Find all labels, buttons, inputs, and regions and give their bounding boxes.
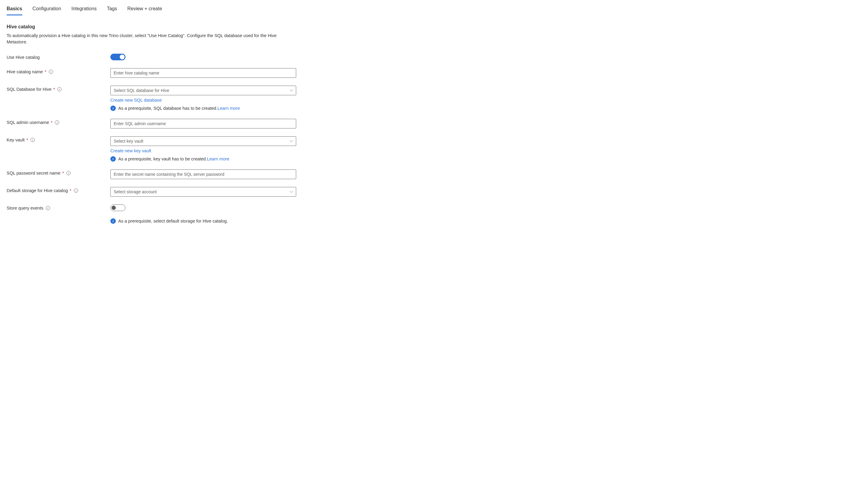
info-icon[interactable]: i <box>30 138 35 142</box>
section-title: Hive catalog <box>7 24 861 30</box>
tab-configuration[interactable]: Configuration <box>33 6 61 15</box>
key-vault-learn-more-link[interactable]: Learn more <box>207 157 229 161</box>
label-sql-password-secret-name: SQL password secret name <box>7 171 60 175</box>
default-storage-select[interactable]: Select storage account <box>111 187 296 197</box>
info-icon[interactable]: i <box>66 171 70 175</box>
info-icon[interactable]: i <box>57 87 62 91</box>
required-indicator: * <box>27 137 28 142</box>
info-badge-icon: i <box>111 156 116 162</box>
required-indicator: * <box>44 69 46 74</box>
sql-learn-more-link[interactable]: Learn more <box>217 106 240 111</box>
label-key-vault: Key vault <box>7 137 25 142</box>
info-badge-icon: i <box>111 105 116 111</box>
info-icon[interactable]: i <box>46 206 50 210</box>
info-badge-icon: i <box>111 218 116 224</box>
label-default-storage: Default storage for Hive catalog <box>7 188 68 193</box>
label-use-hive-catalog: Use Hive catalog <box>7 55 40 60</box>
tab-integrations[interactable]: Integrations <box>71 6 97 15</box>
tab-basics[interactable]: Basics <box>7 6 22 15</box>
sql-prereq-note: As a prerequisite, SQL database has to b… <box>118 106 217 111</box>
label-hive-catalog-name: Hive catalog name <box>7 69 43 74</box>
use-hive-catalog-toggle[interactable] <box>111 54 125 60</box>
store-query-events-toggle[interactable] <box>111 204 125 211</box>
storage-prereq-note: As a prerequisite, select default storag… <box>118 219 228 223</box>
sql-database-select[interactable]: Select SQL database for Hive <box>111 86 296 95</box>
wizard-tabs: Basics Configuration Integrations Tags R… <box>7 6 861 16</box>
create-new-sql-database-link[interactable]: Create new SQL database <box>111 98 162 102</box>
hive-catalog-name-input[interactable] <box>111 68 296 78</box>
section-description: To automatically provision a Hive catalo… <box>7 33 290 45</box>
label-store-query-events: Store query events <box>7 206 43 210</box>
required-indicator: * <box>53 87 55 92</box>
tab-tags[interactable]: Tags <box>107 6 117 15</box>
label-sql-database-for-hive: SQL Database for Hive <box>7 87 52 92</box>
info-icon[interactable]: i <box>74 189 78 193</box>
info-icon[interactable]: i <box>49 70 53 74</box>
required-indicator: * <box>51 120 53 125</box>
sql-password-secret-name-input[interactable] <box>111 169 296 179</box>
create-new-key-vault-link[interactable]: Create new key vault <box>111 149 151 153</box>
required-indicator: * <box>70 188 71 193</box>
label-sql-admin-username: SQL admin username <box>7 120 49 125</box>
sql-admin-username-input[interactable] <box>111 119 296 128</box>
info-icon[interactable]: i <box>55 120 59 125</box>
key-vault-select[interactable]: Select key vault <box>111 136 296 146</box>
required-indicator: * <box>62 171 64 175</box>
tab-review-create[interactable]: Review + create <box>127 6 162 15</box>
key-vault-prereq-note: As a prerequisite, key vault has to be c… <box>118 157 207 161</box>
